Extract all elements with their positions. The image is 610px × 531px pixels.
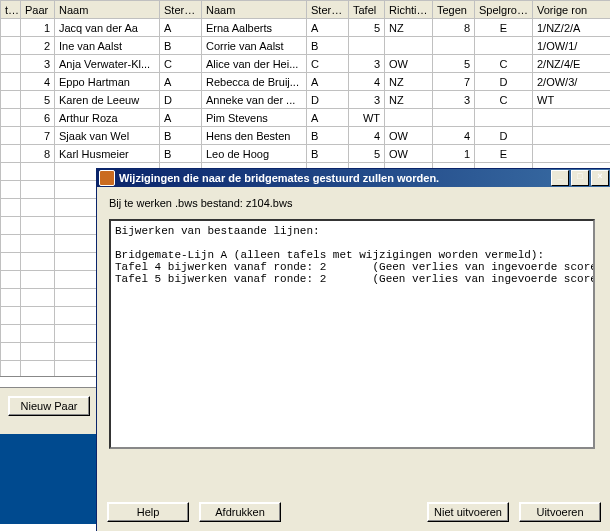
nieuw-paar-button[interactable]: Nieuw Paar: [8, 396, 90, 416]
table-row[interactable]: 3Anja Verwater-Kl...CAlice van der Hei..…: [1, 55, 611, 73]
table-row[interactable]: 7Sjaak van WelBHens den BestenB4OW4D: [1, 127, 611, 145]
col-tegen[interactable]: Tegen: [433, 1, 475, 19]
table-row[interactable]: 1Jacq van der AaAErna AalbertsA5NZ8E1/NZ…: [1, 19, 611, 37]
col-vorige[interactable]: Vorige ron: [533, 1, 611, 19]
col-tief[interactable]: tief: [1, 1, 21, 19]
minimize-button[interactable]: _: [551, 170, 569, 186]
changes-textarea[interactable]: Bijwerken van bestaande lijnen: Bridgema…: [109, 219, 595, 449]
grid-header-row: tief Paar Naam Sterkte Naam Sterkte Tafe…: [1, 1, 611, 19]
col-sterkte2[interactable]: Sterkte: [307, 1, 349, 19]
col-naam2[interactable]: Naam: [202, 1, 307, 19]
table-row[interactable]: 4Eppo HartmanARebecca de Bruij...A4NZ7D2…: [1, 73, 611, 91]
changes-dialog: Wijzigingen die naar de bridgemates gest…: [96, 168, 610, 531]
dialog-titlebar[interactable]: Wijzigingen die naar de bridgemates gest…: [97, 169, 610, 187]
print-button[interactable]: Afdrukken: [199, 502, 281, 522]
dialog-button-row: Help Afdrukken Niet uitvoeren Uitvoeren: [107, 502, 601, 522]
table-row[interactable]: 6Arthur RozaAPim StevensAWT: [1, 109, 611, 127]
table-row[interactable]: 5Karen de LeeuwDAnneke van der ...D3NZ3C…: [1, 91, 611, 109]
cancel-button[interactable]: Niet uitvoeren: [427, 502, 509, 522]
main-window: tief Paar Naam Sterkte Naam Sterkte Tafe…: [0, 0, 610, 531]
dialog-title: Wijzigingen die naar de bridgemates gest…: [119, 172, 439, 184]
col-sterkte1[interactable]: Sterkte: [160, 1, 202, 19]
table-row[interactable]: 2Ine van AalstBCorrie van AalstB1/OW/1/: [1, 37, 611, 55]
app-icon: [99, 170, 115, 186]
execute-button[interactable]: Uitvoeren: [519, 502, 601, 522]
col-paar[interactable]: Paar: [21, 1, 55, 19]
close-button[interactable]: ×: [591, 170, 609, 186]
table-row[interactable]: 8Karl HusmeierBLeo de HoogB5OW1E: [1, 145, 611, 163]
col-tafel[interactable]: Tafel: [349, 1, 385, 19]
col-spelgroep[interactable]: Spelgroep: [475, 1, 533, 19]
file-label: Bij te werken .bws bestand: z104.bws: [109, 197, 599, 209]
maximize-button[interactable]: □: [571, 170, 589, 186]
help-button[interactable]: Help: [107, 502, 189, 522]
col-richting[interactable]: Richting: [385, 1, 433, 19]
col-naam1[interactable]: Naam: [55, 1, 160, 19]
